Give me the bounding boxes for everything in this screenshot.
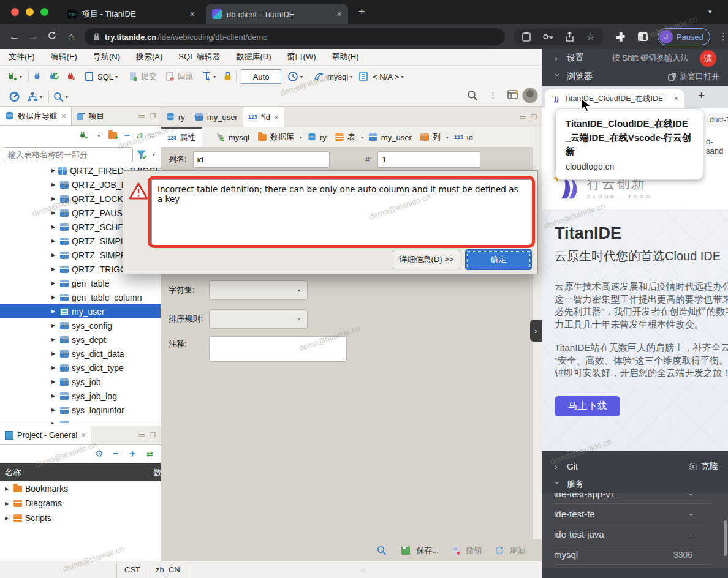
section-git[interactable]: › Git 克隆 (542, 457, 728, 476)
new-tab-button[interactable]: + (358, 6, 365, 18)
maximize-panel-icon[interactable]: ❐ (150, 431, 156, 439)
collation-select[interactable]: ▾ (209, 309, 308, 329)
quick-search-icon[interactable] (467, 90, 478, 101)
project-item-diagrams[interactable]: ▶Diagrams (0, 496, 161, 511)
ok-button[interactable]: 确定 (465, 249, 532, 270)
perspective-icon[interactable] (507, 89, 520, 101)
editor-tab-ry[interactable]: ry (161, 107, 190, 127)
tab-close-icon[interactable]: × (190, 9, 195, 19)
table-row[interactable]: ▶sys_dept (0, 332, 161, 347)
link-editor-icon[interactable]: ⇄ (137, 131, 143, 140)
auto-commit-box[interactable]: Auto (241, 69, 281, 84)
table-row[interactable]: ▶gen_table (0, 276, 161, 290)
table-row[interactable]: ▶ (0, 417, 161, 424)
table-row[interactable]: ▶gen_table_column (0, 290, 161, 304)
minimize-window-button[interactable] (26, 8, 34, 16)
section-services[interactable]: › 服务 (542, 476, 728, 493)
details-button[interactable]: 详细信息(D) >> (393, 250, 460, 269)
reconnect-icon[interactable] (50, 72, 59, 81)
sql-editor-icon[interactable] (85, 72, 94, 82)
share-icon[interactable] (566, 32, 574, 42)
download-button[interactable]: 马上下载 (555, 396, 620, 416)
close-icon[interactable]: × (674, 94, 678, 103)
menu-edit[interactable]: 编辑(E) (51, 51, 77, 62)
chevron-down-icon[interactable]: ▾ (350, 74, 352, 80)
close-icon[interactable]: × (61, 111, 66, 121)
close-window-button[interactable] (11, 8, 19, 16)
search-tool-icon[interactable] (53, 92, 64, 102)
project-item-bookmarks[interactable]: ▶Bookmarks (0, 481, 161, 496)
open-new-window-button[interactable]: 新窗口打开 (668, 71, 719, 82)
network-topology-icon[interactable] (28, 92, 38, 102)
breadcrumb-connection[interactable]: mysql (229, 133, 249, 142)
minimize-panel-icon[interactable]: ▭ (138, 112, 145, 120)
clipboard-icon[interactable] (522, 32, 531, 42)
link-editor-icon[interactable]: ⇄ (146, 449, 153, 459)
chevron-down-icon[interactable]: ▾ (153, 152, 155, 157)
maximize-window-button[interactable] (40, 8, 48, 16)
expand-panel-handle[interactable]: › (530, 320, 542, 342)
save-button[interactable]: 保存... (416, 545, 439, 556)
menu-sql-editor[interactable]: SQL 编辑器 (178, 51, 220, 62)
breadcrumb-tables[interactable]: 表 (347, 132, 355, 143)
tab-project-general[interactable]: Project - General × (0, 426, 91, 444)
section-browser[interactable]: › 浏览器 新窗口打开 (542, 67, 728, 86)
column-header-name[interactable]: 名称 (5, 467, 21, 478)
password-key-icon[interactable] (543, 34, 553, 40)
table-row-selected[interactable]: ▶my_user (0, 304, 161, 318)
profile-button[interactable]: J Paused (658, 28, 710, 45)
refresh-icon[interactable] (495, 546, 504, 555)
new-connection-icon[interactable] (79, 131, 89, 140)
service-row[interactable]: mysql3306 (542, 544, 728, 565)
browser-tab-project[interactable]: <t> 项目 - TitanIDE × (61, 4, 201, 24)
chevron-down-icon[interactable]: ▾ (401, 74, 403, 80)
breadcrumb-columns[interactable]: 列 (433, 132, 441, 143)
editor-tab-id[interactable]: 123 *id × (243, 107, 284, 127)
git-clone-button[interactable]: 克隆 (689, 461, 718, 472)
chevron-down-icon[interactable]: ▾ (66, 94, 68, 100)
table-row[interactable]: ▶sys_config (0, 318, 161, 332)
service-row[interactable]: ide-test-fe- (542, 504, 728, 524)
breadcrumb-databases[interactable]: 数据库 (270, 132, 294, 143)
table-row[interactable]: ▶sys_job_log (0, 389, 161, 403)
settings-gear-icon[interactable]: ⚙ (95, 448, 103, 459)
comment-input[interactable] (209, 336, 347, 362)
close-icon[interactable]: × (274, 113, 279, 122)
table-filter-input[interactable] (4, 147, 133, 162)
table-row[interactable]: ▶sys_job (0, 375, 161, 389)
table-row[interactable]: ▶sys_dict_data (0, 347, 161, 361)
charset-select[interactable]: ▾ (209, 280, 308, 300)
chevron-down-icon[interactable]: ▾ (213, 74, 216, 80)
tab-close-icon[interactable]: × (337, 9, 342, 19)
menu-window[interactable]: 窗口(W) (287, 51, 316, 62)
minimize-panel-icon[interactable]: ▭ (138, 431, 145, 439)
user-avatar[interactable] (522, 88, 538, 103)
side-panel-icon[interactable] (638, 32, 648, 41)
connect-icon[interactable] (33, 72, 41, 81)
chevron-down-icon[interactable]: ▾ (40, 94, 42, 100)
menu-navigate[interactable]: 导航(N) (93, 51, 120, 62)
back-icon[interactable]: ← (5, 31, 24, 43)
chevron-down-icon[interactable]: ▾ (300, 74, 303, 80)
new-connection-icon[interactable] (7, 72, 18, 81)
close-icon[interactable]: × (81, 430, 86, 440)
collapse-all-icon[interactable]: − (124, 130, 129, 141)
column-header-data[interactable]: 数 (150, 467, 161, 478)
tab-search-chevron-icon[interactable]: ▾ (708, 8, 712, 16)
history-clock-icon[interactable] (287, 71, 298, 82)
chevron-down-icon[interactable]: ▾ (115, 74, 118, 80)
sql-editor-label[interactable]: SQL (97, 72, 113, 81)
view-menu-icon[interactable]: ⁞⁞ (150, 132, 154, 139)
inner-new-tab-button[interactable]: + (698, 89, 705, 102)
filter-funnel-icon[interactable] (137, 150, 147, 159)
table-row[interactable]: ▶sys_dict_type (0, 361, 161, 375)
transaction-mode-icon[interactable] (202, 72, 211, 81)
service-row[interactable]: ide-test-java- (542, 524, 728, 544)
statusbar-grip[interactable]: ⁞⁞ (361, 567, 365, 573)
chevron-down-icon[interactable]: ▾ (97, 133, 100, 138)
collapse-all-icon[interactable]: − (113, 448, 118, 459)
editor-tab-my-user[interactable]: my_user (190, 107, 243, 127)
inner-browser-tab[interactable]: TitanIDE_CloudIDE_在线IDE_ × (545, 89, 684, 108)
column-name-input[interactable] (193, 151, 330, 168)
table-row[interactable]: ▶sys_logininfor (0, 403, 161, 417)
